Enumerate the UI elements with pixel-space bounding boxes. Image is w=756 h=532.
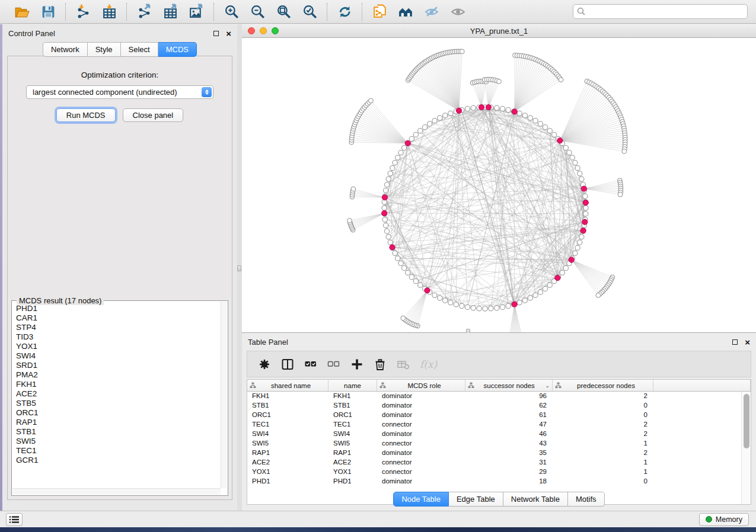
graph-node[interactable]	[495, 105, 499, 110]
cell-predecessor-nodes[interactable]: 1	[553, 458, 653, 467]
graph-node[interactable]	[432, 118, 437, 123]
export-network-button[interactable]	[135, 3, 153, 21]
zoom-in-button[interactable]	[222, 3, 240, 21]
graph-node[interactable]	[579, 235, 584, 239]
table-row-RAP1[interactable]: RAP1RAP1dominator352	[247, 448, 741, 458]
graph-node[interactable]	[384, 229, 389, 233]
table-row-TEC1[interactable]: TEC1TEC1connector472	[247, 420, 741, 430]
graph-node[interactable]	[477, 306, 481, 311]
dominator-node[interactable]	[582, 219, 588, 225]
tab-network[interactable]: Network	[43, 42, 88, 57]
mcds-result-item[interactable]: CAR1	[16, 313, 221, 323]
search-input[interactable]	[573, 4, 748, 19]
cell-shared-name[interactable]: TEC1	[247, 420, 328, 430]
table-scroll-thumb[interactable]	[744, 394, 749, 448]
hide-selected-button[interactable]	[423, 3, 441, 21]
export-image-button[interactable]	[187, 3, 205, 21]
graph-node[interactable]	[552, 132, 557, 137]
cell-shared-name[interactable]: SWI5	[247, 439, 328, 448]
graph-node[interactable]	[443, 113, 448, 118]
graph-node[interactable]	[573, 161, 578, 165]
graph-node[interactable]	[409, 275, 414, 280]
graph-node[interactable]	[422, 125, 427, 130]
dominator-node[interactable]	[555, 275, 560, 280]
graph-node[interactable]	[413, 132, 418, 137]
close-table-panel-icon[interactable]: ×	[745, 338, 750, 347]
vertical-splitter[interactable]	[237, 24, 242, 511]
graph-node[interactable]	[418, 283, 423, 287]
run-mcds-button[interactable]: Run MCDS	[56, 108, 116, 122]
import-table-button[interactable]	[100, 3, 118, 21]
mcds-result-item[interactable]: RAP1	[16, 418, 221, 427]
graph-node[interactable]	[560, 270, 564, 275]
graph-node[interactable]	[528, 296, 532, 300]
mcds-list-vscrollbar[interactable]	[221, 302, 227, 488]
dominator-node[interactable]	[581, 186, 586, 191]
cell-predecessor-nodes[interactable]: 0	[553, 477, 653, 486]
mcds-result-item[interactable]: SRD1	[16, 361, 221, 370]
column-header-name[interactable]: name	[328, 380, 377, 391]
graph-node[interactable]	[427, 121, 432, 126]
cell-MCDS-role[interactable]: connector	[377, 420, 465, 430]
graph-node[interactable]	[383, 188, 388, 193]
graph-node[interactable]	[418, 129, 423, 133]
deselect-all-button[interactable]	[327, 358, 340, 371]
graph-node[interactable]	[579, 177, 584, 181]
graph-node[interactable]	[517, 111, 522, 116]
graph-node[interactable]	[573, 251, 578, 255]
graph-node[interactable]	[402, 265, 407, 270]
cell-successor-nodes[interactable]: 35	[465, 448, 553, 458]
column-header-successor-nodes[interactable]: successor nodes⌄	[465, 380, 553, 391]
graph-node[interactable]	[460, 49, 464, 54]
graph-node[interactable]	[438, 296, 442, 300]
graph-node[interactable]	[575, 166, 580, 171]
tab-select[interactable]: Select	[121, 42, 158, 57]
float-table-panel-icon[interactable]	[732, 339, 738, 345]
graph-node[interactable]	[448, 111, 453, 116]
cell-successor-nodes[interactable]: 29	[465, 467, 553, 477]
cell-predecessor-nodes[interactable]: 1	[553, 467, 653, 477]
add-column-button[interactable]	[350, 358, 363, 371]
graph-node[interactable]	[351, 187, 356, 191]
graph-node[interactable]	[402, 145, 407, 150]
search-field[interactable]	[573, 4, 748, 19]
first-neighbors-button[interactable]	[397, 3, 414, 21]
mcds-result-item[interactable]: GCR1	[16, 456, 221, 465]
table-vscrollbar[interactable]	[741, 392, 751, 504]
dominator-node[interactable]	[580, 228, 586, 233]
cell-name[interactable]: TEC1	[328, 420, 377, 430]
graph-node[interactable]	[465, 106, 470, 111]
graph-node[interactable]	[538, 290, 543, 294]
graph-node[interactable]	[547, 129, 552, 133]
graph-node[interactable]	[506, 107, 511, 112]
cell-shared-name[interactable]: RAP1	[247, 448, 328, 458]
cell-MCDS-role[interactable]: dominator	[377, 477, 465, 486]
mcds-result-list[interactable]: PHD1CAR1STP4TID3YOX1SWI4SRD1PMA2FKH1ACE2…	[12, 302, 221, 488]
graph-node[interactable]	[567, 150, 572, 155]
mcds-result-item[interactable]: STB5	[16, 399, 221, 408]
graph-node[interactable]	[382, 217, 387, 222]
column-header-shared-name[interactable]: shared name	[247, 380, 328, 391]
cell-successor-nodes[interactable]: 31	[465, 458, 553, 467]
graph-node[interactable]	[533, 293, 538, 297]
graph-node[interactable]	[547, 283, 552, 287]
graph-node[interactable]	[448, 300, 453, 305]
dominator-node[interactable]	[569, 257, 574, 262]
graph-node[interactable]	[583, 206, 588, 210]
graph-node[interactable]	[347, 218, 352, 223]
cell-predecessor-nodes[interactable]: 2	[553, 420, 653, 430]
export-table-button[interactable]	[161, 3, 179, 21]
cell-shared-name[interactable]: YOX1	[247, 467, 328, 477]
mcds-result-item[interactable]: SWI5	[16, 437, 221, 446]
network-titlebar[interactable]: YPA_prune.txt_1	[242, 24, 756, 38]
cell-shared-name[interactable]: PHD1	[247, 477, 328, 486]
graph-node[interactable]	[383, 223, 388, 227]
table-row-PHD1[interactable]: PHD1PHD1dominator180	[247, 477, 741, 486]
cell-predecessor-nodes[interactable]: 2	[553, 430, 653, 439]
task-history-button[interactable]	[6, 513, 23, 526]
cell-predecessor-nodes[interactable]: 0	[553, 401, 653, 411]
cell-name[interactable]: YOX1	[328, 467, 377, 477]
dominator-node[interactable]	[390, 245, 395, 250]
graph-node[interactable]	[543, 286, 547, 291]
graph-node[interactable]	[563, 145, 568, 150]
